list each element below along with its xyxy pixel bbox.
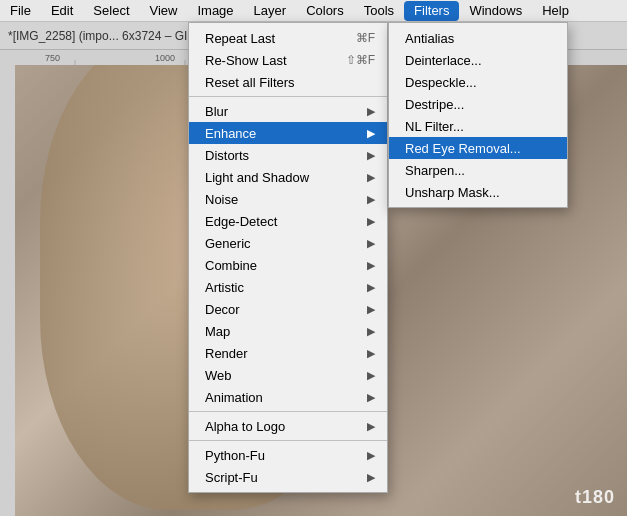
enhance-submenu: Antialias Deinterlace... Despeckle... De… <box>388 22 568 208</box>
menu-item-web[interactable]: Web ▶ <box>189 364 387 386</box>
menu-windows[interactable]: Windows <box>459 1 532 21</box>
separator-3 <box>189 440 387 441</box>
submenu-item-nl-filter[interactable]: NL Filter... <box>389 115 567 137</box>
submenu-item-sharpen[interactable]: Sharpen... <box>389 159 567 181</box>
menu-item-alpha-to-logo[interactable]: Alpha to Logo ▶ <box>189 415 387 437</box>
svg-text:1000: 1000 <box>155 53 175 63</box>
menu-item-decor[interactable]: Decor ▶ <box>189 298 387 320</box>
menu-item-generic[interactable]: Generic ▶ <box>189 232 387 254</box>
window-title: *[IMG_2258] (impo... 6x3724 – GIMP <box>8 29 205 43</box>
separator-1 <box>189 96 387 97</box>
menu-item-render[interactable]: Render ▶ <box>189 342 387 364</box>
menu-file[interactable]: File <box>0 1 41 21</box>
watermark: t180 <box>575 487 615 508</box>
menu-item-artistic[interactable]: Artistic ▶ <box>189 276 387 298</box>
menu-select[interactable]: Select <box>83 1 139 21</box>
submenu-item-antialias[interactable]: Antialias <box>389 27 567 49</box>
menu-item-combine[interactable]: Combine ▶ <box>189 254 387 276</box>
svg-text:750: 750 <box>45 53 60 63</box>
submenu-item-despeckle[interactable]: Despeckle... <box>389 71 567 93</box>
separator-2 <box>189 411 387 412</box>
menu-image[interactable]: Image <box>187 1 243 21</box>
menu-help[interactable]: Help <box>532 1 579 21</box>
menu-edit[interactable]: Edit <box>41 1 83 21</box>
menu-item-edge-detect[interactable]: Edge-Detect ▶ <box>189 210 387 232</box>
menu-colors[interactable]: Colors <box>296 1 354 21</box>
menu-item-light-shadow[interactable]: Light and Shadow ▶ <box>189 166 387 188</box>
menu-item-python-fu[interactable]: Python-Fu ▶ <box>189 444 387 466</box>
ruler-vertical <box>0 50 15 516</box>
menu-item-noise[interactable]: Noise ▶ <box>189 188 387 210</box>
menu-item-script-fu[interactable]: Script-Fu ▶ <box>189 466 387 488</box>
menu-bar: File Edit Select View Image Layer Colors… <box>0 0 627 22</box>
menu-item-map[interactable]: Map ▶ <box>189 320 387 342</box>
menu-filters[interactable]: Filters <box>404 1 459 21</box>
menu-item-repeat-last[interactable]: Repeat Last ⌘F <box>189 27 387 49</box>
submenu-item-destripe[interactable]: Destripe... <box>389 93 567 115</box>
menu-item-enhance[interactable]: Enhance ▶ <box>189 122 387 144</box>
submenu-item-red-eye-removal[interactable]: Red Eye Removal... <box>389 137 567 159</box>
menu-item-reset-all[interactable]: Reset all Filters <box>189 71 387 93</box>
submenu-item-unsharp-mask[interactable]: Unsharp Mask... <box>389 181 567 203</box>
menu-view[interactable]: View <box>140 1 188 21</box>
menu-item-animation[interactable]: Animation ▶ <box>189 386 387 408</box>
menu-layer[interactable]: Layer <box>244 1 297 21</box>
menu-item-reshow-last[interactable]: Re-Show Last ⇧⌘F <box>189 49 387 71</box>
menu-item-distorts[interactable]: Distorts ▶ <box>189 144 387 166</box>
filters-menu: Repeat Last ⌘F Re-Show Last ⇧⌘F Reset al… <box>188 22 388 493</box>
menu-item-blur[interactable]: Blur ▶ <box>189 100 387 122</box>
submenu-item-deinterlace[interactable]: Deinterlace... <box>389 49 567 71</box>
menu-tools[interactable]: Tools <box>354 1 404 21</box>
